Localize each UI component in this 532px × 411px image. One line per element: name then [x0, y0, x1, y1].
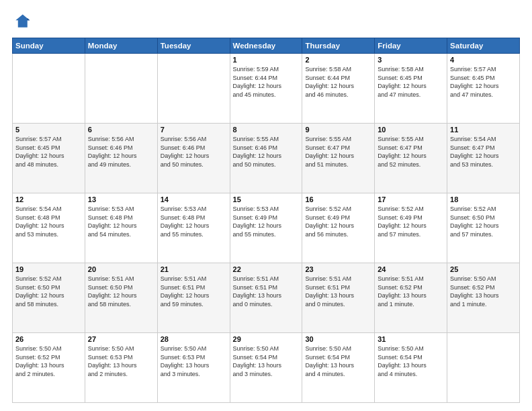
day-number: 14 [161, 195, 227, 203]
day-number: 18 [450, 195, 517, 203]
day-info: Sunrise: 5:51 AM Sunset: 6:51 PM Dayligh… [233, 275, 300, 308]
calendar-cell [13, 54, 85, 124]
calendar-cell: 11Sunrise: 5:54 AM Sunset: 6:47 PM Dayli… [447, 124, 520, 193]
day-info: Sunrise: 5:53 AM Sunset: 6:48 PM Dayligh… [88, 205, 154, 238]
weekday-header-friday: Friday [375, 38, 447, 54]
calendar-week-4: 19Sunrise: 5:52 AM Sunset: 6:50 PM Dayli… [13, 263, 520, 333]
day-info: Sunrise: 5:55 AM Sunset: 6:46 PM Dayligh… [233, 135, 300, 169]
day-number: 31 [378, 335, 444, 343]
weekday-header-saturday: Saturday [447, 38, 520, 54]
day-info: Sunrise: 5:55 AM Sunset: 6:47 PM Dayligh… [305, 135, 371, 169]
day-info: Sunrise: 5:52 AM Sunset: 6:50 PM Dayligh… [15, 275, 82, 308]
day-info: Sunrise: 5:56 AM Sunset: 6:46 PM Dayligh… [88, 135, 154, 169]
weekday-header-wednesday: Wednesday [230, 38, 302, 54]
calendar-cell: 24Sunrise: 5:51 AM Sunset: 6:52 PM Dayli… [375, 263, 447, 333]
day-info: Sunrise: 5:50 AM Sunset: 6:53 PM Dayligh… [88, 345, 154, 378]
day-number: 8 [233, 126, 300, 134]
calendar-header: SundayMondayTuesdayWednesdayThursdayFrid… [13, 38, 520, 54]
day-info: Sunrise: 5:52 AM Sunset: 6:49 PM Dayligh… [305, 205, 371, 238]
day-number: 12 [15, 195, 82, 203]
calendar-cell: 5Sunrise: 5:57 AM Sunset: 6:45 PM Daylig… [13, 124, 85, 193]
day-number: 20 [88, 265, 154, 273]
day-number: 13 [88, 195, 154, 203]
day-info: Sunrise: 5:52 AM Sunset: 6:50 PM Dayligh… [450, 205, 517, 238]
day-info: Sunrise: 5:50 AM Sunset: 6:54 PM Dayligh… [305, 345, 371, 378]
day-info: Sunrise: 5:57 AM Sunset: 6:45 PM Dayligh… [450, 65, 517, 99]
day-number: 24 [378, 265, 444, 273]
weekday-row: SundayMondayTuesdayWednesdayThursdayFrid… [13, 38, 520, 54]
calendar-cell: 25Sunrise: 5:50 AM Sunset: 6:52 PM Dayli… [447, 263, 520, 333]
calendar-cell: 28Sunrise: 5:50 AM Sunset: 6:53 PM Dayli… [157, 333, 230, 403]
calendar-cell: 23Sunrise: 5:51 AM Sunset: 6:51 PM Dayli… [302, 263, 375, 333]
calendar-cell [447, 333, 520, 403]
day-number: 3 [378, 56, 444, 64]
calendar-cell: 16Sunrise: 5:52 AM Sunset: 6:49 PM Dayli… [302, 193, 375, 263]
day-number: 6 [88, 126, 154, 134]
calendar-cell: 14Sunrise: 5:53 AM Sunset: 6:48 PM Dayli… [157, 193, 230, 263]
day-info: Sunrise: 5:50 AM Sunset: 6:54 PM Dayligh… [233, 345, 300, 378]
calendar-cell: 21Sunrise: 5:51 AM Sunset: 6:51 PM Dayli… [157, 263, 230, 333]
day-number: 22 [233, 265, 300, 273]
day-info: Sunrise: 5:58 AM Sunset: 6:44 PM Dayligh… [305, 65, 371, 99]
weekday-header-tuesday: Tuesday [157, 38, 230, 54]
day-info: Sunrise: 5:52 AM Sunset: 6:49 PM Dayligh… [378, 205, 444, 238]
day-number: 11 [450, 126, 517, 134]
weekday-header-thursday: Thursday [302, 38, 375, 54]
day-info: Sunrise: 5:50 AM Sunset: 6:52 PM Dayligh… [450, 275, 517, 308]
calendar-cell: 20Sunrise: 5:51 AM Sunset: 6:50 PM Dayli… [85, 263, 157, 333]
calendar-table: SundayMondayTuesdayWednesdayThursdayFrid… [12, 38, 520, 403]
day-number: 29 [233, 335, 300, 343]
day-info: Sunrise: 5:56 AM Sunset: 6:46 PM Dayligh… [161, 135, 227, 169]
day-info: Sunrise: 5:54 AM Sunset: 6:47 PM Dayligh… [450, 135, 517, 169]
day-number: 17 [378, 195, 444, 203]
day-info: Sunrise: 5:58 AM Sunset: 6:45 PM Dayligh… [378, 65, 444, 99]
day-info: Sunrise: 5:57 AM Sunset: 6:45 PM Dayligh… [15, 135, 82, 169]
svg-marker-0 [15, 15, 30, 28]
day-info: Sunrise: 5:51 AM Sunset: 6:52 PM Dayligh… [378, 275, 444, 308]
calendar-cell: 2Sunrise: 5:58 AM Sunset: 6:44 PM Daylig… [302, 54, 375, 124]
calendar-cell: 18Sunrise: 5:52 AM Sunset: 6:50 PM Dayli… [447, 193, 520, 263]
day-number: 23 [305, 265, 371, 273]
day-number: 25 [450, 265, 517, 273]
header [12, 12, 520, 31]
day-info: Sunrise: 5:51 AM Sunset: 6:51 PM Dayligh… [161, 275, 227, 308]
day-number: 7 [161, 126, 227, 134]
calendar-cell: 17Sunrise: 5:52 AM Sunset: 6:49 PM Dayli… [375, 193, 447, 263]
calendar-cell: 10Sunrise: 5:55 AM Sunset: 6:47 PM Dayli… [375, 124, 447, 193]
day-number: 19 [15, 265, 82, 273]
calendar-cell: 19Sunrise: 5:52 AM Sunset: 6:50 PM Dayli… [13, 263, 85, 333]
weekday-header-sunday: Sunday [13, 38, 85, 54]
calendar-body: 1Sunrise: 5:59 AM Sunset: 6:44 PM Daylig… [13, 54, 520, 403]
logo [12, 12, 34, 31]
day-number: 27 [88, 335, 154, 343]
calendar-cell: 8Sunrise: 5:55 AM Sunset: 6:46 PM Daylig… [230, 124, 302, 193]
calendar-cell: 4Sunrise: 5:57 AM Sunset: 6:45 PM Daylig… [447, 54, 520, 124]
calendar-cell: 9Sunrise: 5:55 AM Sunset: 6:47 PM Daylig… [302, 124, 375, 193]
day-number: 2 [305, 56, 371, 64]
day-number: 1 [233, 56, 300, 64]
day-number: 16 [305, 195, 371, 203]
day-number: 9 [305, 126, 371, 134]
day-info: Sunrise: 5:59 AM Sunset: 6:44 PM Dayligh… [233, 65, 300, 99]
calendar-cell: 30Sunrise: 5:50 AM Sunset: 6:54 PM Dayli… [302, 333, 375, 403]
day-info: Sunrise: 5:50 AM Sunset: 6:54 PM Dayligh… [378, 345, 444, 378]
weekday-header-monday: Monday [85, 38, 157, 54]
calendar-cell [85, 54, 157, 124]
calendar-cell: 31Sunrise: 5:50 AM Sunset: 6:54 PM Dayli… [375, 333, 447, 403]
day-info: Sunrise: 5:54 AM Sunset: 6:48 PM Dayligh… [15, 205, 82, 238]
calendar-week-3: 12Sunrise: 5:54 AM Sunset: 6:48 PM Dayli… [13, 193, 520, 263]
day-info: Sunrise: 5:55 AM Sunset: 6:47 PM Dayligh… [378, 135, 444, 169]
day-number: 5 [15, 126, 82, 134]
calendar-cell: 13Sunrise: 5:53 AM Sunset: 6:48 PM Dayli… [85, 193, 157, 263]
page: SundayMondayTuesdayWednesdayThursdayFrid… [0, 0, 532, 411]
calendar-cell: 15Sunrise: 5:53 AM Sunset: 6:49 PM Dayli… [230, 193, 302, 263]
day-info: Sunrise: 5:51 AM Sunset: 6:51 PM Dayligh… [305, 275, 371, 308]
calendar-cell: 12Sunrise: 5:54 AM Sunset: 6:48 PM Dayli… [13, 193, 85, 263]
day-number: 26 [15, 335, 82, 343]
calendar-cell [157, 54, 230, 124]
calendar-week-2: 5Sunrise: 5:57 AM Sunset: 6:45 PM Daylig… [13, 124, 520, 193]
calendar-week-5: 26Sunrise: 5:50 AM Sunset: 6:52 PM Dayli… [13, 333, 520, 403]
day-number: 15 [233, 195, 300, 203]
logo-icon [12, 12, 31, 31]
calendar-week-1: 1Sunrise: 5:59 AM Sunset: 6:44 PM Daylig… [13, 54, 520, 124]
